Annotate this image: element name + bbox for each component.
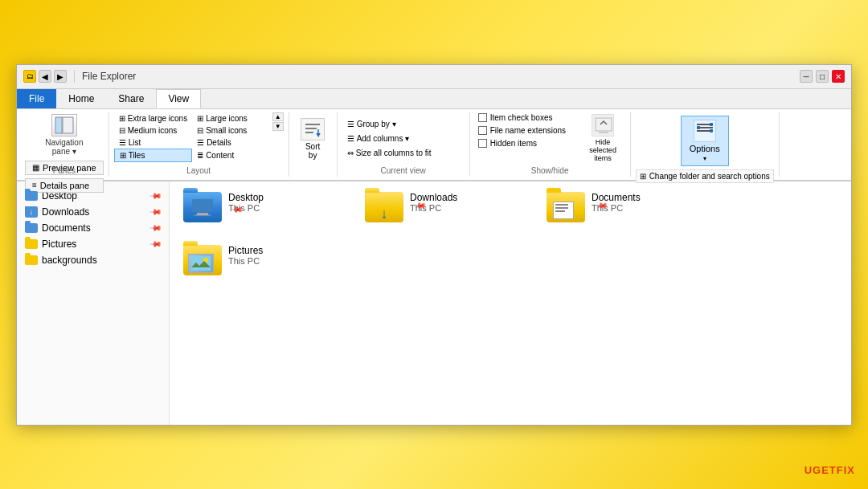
details-pane-button[interactable]: ≡ Details pane [25, 178, 104, 193]
pictures-folder-icon [25, 238, 38, 250]
sort-by-icon [301, 118, 325, 141]
desktop-tile[interactable]: Desktop This PC 📌 [179, 188, 348, 228]
close-button[interactable]: ✕ [832, 70, 845, 83]
documents-tile-info: Documents This PC 📌 [592, 192, 641, 223]
add-columns-arrow: ▾ [405, 134, 409, 143]
maximize-button[interactable]: □ [816, 70, 829, 83]
documents-pin-icon: 📌 [149, 221, 162, 234]
large-label: Large icons [206, 114, 248, 123]
hide-selected-button[interactable]: Hide selected items [581, 112, 625, 164]
documents-label: Documents [42, 222, 147, 234]
hidden-row: Hidden items [475, 138, 581, 149]
add-columns-button[interactable]: ☰ Add columns ▾ [342, 132, 415, 145]
ribbon-content: Navigationpane ▾ ▦ Preview pane ≡ Detail… [20, 112, 851, 177]
options-button[interactable]: Options ▾ [681, 116, 729, 166]
extra-large-icons-button[interactable]: ⊞ Extra large icons [114, 112, 192, 124]
panes-content: Navigationpane ▾ ▦ Preview pane ≡ Detail… [25, 112, 104, 204]
pictures-tile-name: Pictures [228, 245, 263, 256]
downloads-folder-icon [25, 206, 38, 218]
layout-label: Layout [109, 166, 289, 175]
downloads-tile-icon: ↓ [365, 192, 403, 224]
minimize-button[interactable]: ─ [800, 70, 813, 83]
nav-pane-icon [51, 114, 77, 137]
tab-share[interactable]: Share [106, 89, 156, 108]
size-all-button[interactable]: ⇔ Size all columns to fit [342, 147, 436, 159]
options-btn-label: Options [690, 144, 720, 153]
tab-file[interactable]: File [17, 89, 56, 108]
details-icon: ☰ [197, 138, 204, 147]
small-icons-button[interactable]: ⊟ Small icons [192, 124, 270, 137]
tiles-icon: ⊞ [120, 151, 126, 160]
list-button[interactable]: ☰ List [114, 137, 192, 149]
change-folder-label: Change folder and search options [649, 172, 770, 181]
file-explorer-window: 🗂 ◀ ▶ File Explorer ─ □ ✕ File Home Shar… [16, 64, 852, 426]
large-icons-button[interactable]: ⊞ Large icons [192, 112, 270, 124]
sidebar-item-documents[interactable]: Documents 📌 [17, 220, 169, 236]
layout-expand-up[interactable]: ▲ [272, 112, 284, 121]
tab-view[interactable]: View [156, 89, 201, 108]
sort-by-button[interactable]: Sortby [301, 118, 325, 160]
desktop-pin-icon: 📌 [149, 189, 162, 202]
window-title: File Explorer [82, 71, 136, 82]
layout-section: ⊞ Extra large icons ⊞ Large icons ⊟ Medi… [109, 112, 289, 177]
group-by-button[interactable]: ☰ Group by ▾ [342, 118, 401, 130]
sort-section: Sortby [289, 112, 338, 177]
forward-icon[interactable]: ▶ [54, 70, 67, 83]
backgrounds-label: backgrounds [42, 255, 161, 266]
options-icon [694, 120, 716, 142]
content-label: Content [206, 151, 234, 160]
downloads-tile[interactable]: ↓ Downloads This PC 📌 [361, 188, 530, 228]
sidebar-item-backgrounds[interactable]: backgrounds [17, 252, 169, 268]
options-section: Options ▾ ⊞ Change folder and search opt… [631, 112, 780, 177]
svg-rect-12 [710, 129, 713, 132]
panes-label: Panes [20, 166, 108, 175]
layout-expand-down[interactable]: ▼ [272, 122, 284, 131]
medium-icon: ⊟ [119, 126, 125, 135]
svg-rect-11 [697, 126, 700, 129]
file-ext-checkbox[interactable] [478, 126, 487, 135]
item-check-row: Item check boxes [475, 112, 581, 123]
panes-section: Navigationpane ▾ ▦ Preview pane ≡ Detail… [20, 112, 109, 177]
list-label: List [129, 138, 141, 147]
medium-icons-button[interactable]: ⊟ Medium icons [114, 124, 192, 137]
watermark: UGETFIX [805, 464, 855, 476]
tiles-button[interactable]: ⊞ Tiles [114, 149, 192, 162]
file-ext-row: File name extensions [475, 125, 581, 136]
pictures-tile[interactable]: Pictures This PC [179, 241, 348, 281]
hidden-checkbox[interactable] [478, 139, 487, 148]
documents-tile-icon [547, 192, 585, 224]
documents-folder-icon [25, 222, 38, 234]
folder-icon: 🗂 [23, 70, 36, 83]
pictures-pin-icon: 📌 [149, 237, 162, 250]
hidden-label: Hidden items [490, 139, 537, 148]
item-check-label: Item check boxes [490, 113, 553, 122]
medium-label: Medium icons [128, 126, 178, 135]
ribbon-tabs: File Home Share View [17, 89, 851, 109]
size-all-label: Size all columns to fit [356, 149, 432, 157]
content-button[interactable]: ≣ Content [192, 149, 270, 162]
downloads-pin-icon: 📌 [149, 205, 162, 218]
sh-label: Show/hide [470, 166, 630, 175]
pictures-tile-sub: This PC [228, 256, 263, 266]
item-check-checkbox[interactable] [478, 113, 487, 122]
sidebar-item-downloads[interactable]: Downloads 📌 [17, 204, 169, 220]
backgrounds-folder-icon [25, 255, 38, 266]
pictures-tile-icon [183, 245, 222, 277]
desktop-folder-icon [25, 190, 38, 202]
svg-rect-17 [191, 256, 211, 271]
details-button[interactable]: ☰ Details [192, 137, 270, 149]
extra-large-label: Extra large icons [128, 114, 187, 123]
downloads-label: Downloads [42, 206, 147, 218]
change-folder-icon: ⊞ [640, 172, 646, 181]
change-folder-button[interactable]: ⊞ Change folder and search options [636, 169, 774, 183]
sep [74, 70, 75, 83]
sidebar-item-pictures[interactable]: Pictures 📌 [17, 236, 169, 252]
back-icon[interactable]: ◀ [39, 70, 51, 83]
nav-pane-button[interactable]: Navigationpane ▾ [40, 112, 88, 157]
group-by-arrow: ▾ [392, 120, 396, 128]
content-area: Desktop This PC 📌 ↓ Downloads This PC 📌 [170, 181, 851, 425]
layout-dropdown[interactable]: ▲ ▼ [272, 112, 284, 131]
add-columns-label: Add columns [357, 134, 403, 143]
tab-home[interactable]: Home [56, 89, 106, 108]
pictures-tile-info: Pictures This PC [228, 245, 263, 266]
